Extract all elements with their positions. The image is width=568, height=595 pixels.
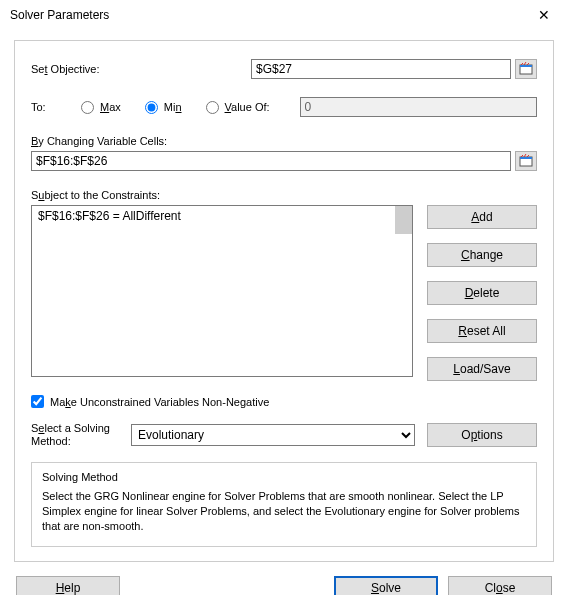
radio-valueof[interactable]: Value Of: — [206, 101, 270, 114]
constraint-buttons: Add Change Delete Reset All Load/Save — [427, 205, 537, 381]
svg-rect-1 — [520, 65, 532, 67]
close-button[interactable]: Close — [448, 576, 552, 595]
loadsave-button[interactable]: Load/Save — [427, 357, 537, 381]
objective-ref-button[interactable] — [515, 59, 537, 79]
collapse-dialog-icon — [519, 62, 533, 76]
valueof-input[interactable] — [300, 97, 537, 117]
radio-max-input[interactable] — [81, 101, 94, 114]
nonneg-checkbox[interactable] — [31, 395, 44, 408]
constraints-label: Subject to the Constraints: — [31, 189, 537, 201]
constraints-section: Subject to the Constraints: $F$16:$F$26 … — [31, 189, 537, 381]
nonneg-label: Make Unconstrained Variables Non-Negativ… — [50, 396, 269, 408]
help-body: Select the GRG Nonlinear engine for Solv… — [42, 489, 526, 534]
add-button[interactable]: Add — [427, 205, 537, 229]
radio-valueof-input[interactable] — [206, 101, 219, 114]
objective-label: Set Objective: — [31, 63, 251, 75]
nonneg-checkbox-row: Make Unconstrained Variables Non-Negativ… — [31, 395, 537, 408]
text: Objective: — [48, 63, 100, 75]
solving-method-help: Solving Method Select the GRG Nonlinear … — [31, 462, 537, 547]
constraint-item[interactable]: $F$16:$F$26 = AllDifferent — [32, 206, 412, 226]
reset-button[interactable]: Reset All — [427, 319, 537, 343]
change-button[interactable]: Change — [427, 243, 537, 267]
to-label: To: — [31, 101, 81, 113]
close-icon[interactable]: ✕ — [530, 3, 558, 27]
changing-input[interactable] — [31, 151, 511, 171]
delete-button[interactable]: Delete — [427, 281, 537, 305]
options-button[interactable]: Options — [427, 423, 537, 447]
to-row: To: Max Min Value Of: — [31, 97, 537, 117]
objective-input[interactable] — [251, 59, 511, 79]
title-bar: Solver Parameters ✕ — [0, 0, 568, 30]
changing-section: By Changing Variable Cells: — [31, 135, 537, 171]
collapse-dialog-icon — [519, 154, 533, 168]
radio-valueof-label: Value Of: — [225, 101, 270, 113]
changing-label: By Changing Variable Cells: — [31, 135, 537, 147]
radio-max[interactable]: Max — [81, 101, 121, 114]
scrollbar-thumb[interactable] — [395, 206, 412, 234]
radio-min[interactable]: Min — [145, 101, 182, 114]
window-title: Solver Parameters — [10, 8, 109, 22]
objective-row: Set Objective: — [31, 59, 537, 79]
svg-rect-3 — [520, 157, 532, 159]
changing-ref-button[interactable] — [515, 151, 537, 171]
method-label: Select a Solving Method: — [31, 422, 119, 448]
radio-min-label: Min — [164, 101, 182, 113]
method-select[interactable]: Evolutionary — [131, 424, 415, 446]
help-heading: Solving Method — [42, 471, 526, 483]
method-row: Select a Solving Method: Evolutionary Op… — [31, 422, 537, 448]
footer: Help Solve Close — [0, 562, 568, 595]
dialog-content: Set Objective: To: Max Min Value Of: — [14, 40, 554, 562]
solve-button[interactable]: Solve — [334, 576, 438, 595]
constraints-listbox[interactable]: $F$16:$F$26 = AllDifferent — [31, 205, 413, 377]
radio-min-input[interactable] — [145, 101, 158, 114]
radio-max-label: Max — [100, 101, 121, 113]
text: Se — [31, 63, 44, 75]
help-button[interactable]: Help — [16, 576, 120, 595]
